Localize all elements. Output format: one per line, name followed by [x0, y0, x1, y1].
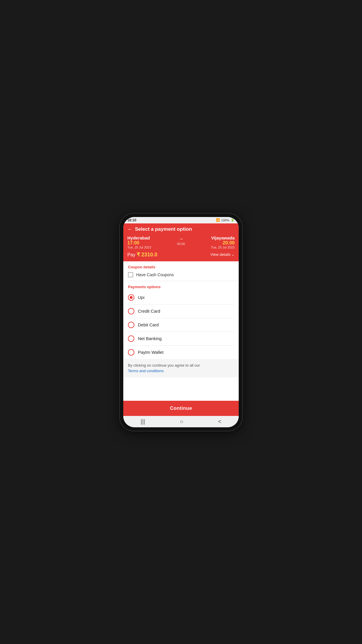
battery-icon: 🔋	[231, 218, 235, 222]
coupon-checkbox-row[interactable]: Have Cash Coupons	[128, 272, 234, 277]
payments-section: Payments options Upi Credit Card	[123, 281, 239, 359]
radio-upi-fill	[130, 296, 133, 299]
chevron-down-icon: ⌄	[231, 252, 235, 257]
dest-time: 20:00	[223, 240, 235, 246]
payment-label-credit-card: Credit Card	[138, 309, 160, 314]
pay-info: Pay ₹ 2310.0	[127, 251, 157, 258]
dest-date: Tue, 25 Jul 2023	[211, 246, 235, 249]
payment-option-upi[interactable]: Upi	[128, 291, 234, 304]
dest-city: Vijayawada	[211, 235, 235, 240]
radio-upi[interactable]	[128, 294, 134, 301]
header: ← Select a payment option Hyderabad 17:0…	[123, 223, 239, 261]
payment-label-paytm-wallet: Paytm Wallet	[138, 350, 164, 355]
origin-date: Tue, 25 Jul 2023	[127, 246, 151, 249]
nav-bar: ||| ○ <	[123, 416, 239, 427]
origin-time: 17:00	[127, 240, 151, 246]
back-button[interactable]: ←	[127, 226, 133, 232]
terms-section: By clicking on continue you agree to all…	[123, 359, 239, 377]
coupon-checkbox-label: Have Cash Coupons	[136, 272, 174, 277]
status-icons: 📶 100% 🔋	[216, 218, 235, 222]
radio-net-banking[interactable]	[128, 335, 134, 342]
radio-credit-card[interactable]	[128, 308, 134, 314]
payments-section-title: Payments options	[128, 285, 234, 289]
payment-option-paytm-wallet[interactable]: Paytm Wallet	[128, 346, 234, 359]
trip-destination: Vijayawada 20:00 Tue, 25 Jul 2023	[211, 235, 235, 249]
view-details-button[interactable]: View details ⌄	[210, 252, 235, 257]
pay-label: Pay	[127, 252, 136, 257]
radio-paytm-wallet[interactable]	[128, 349, 134, 356]
payment-option-net-banking[interactable]: Net Banking	[128, 332, 234, 346]
nav-back-icon[interactable]: <	[218, 418, 222, 425]
phone-device: 16:10 📶 100% 🔋 ← Select a payment option…	[120, 214, 242, 431]
terms-and-conditions-link[interactable]: Terms and conditions	[128, 369, 164, 373]
continue-button[interactable]: Continue	[123, 401, 239, 416]
coupon-section-title: Coupon details	[128, 265, 234, 269]
coupon-checkbox[interactable]	[128, 272, 133, 277]
payment-option-debit-card[interactable]: Debit Card	[128, 318, 234, 332]
trip-arrow-icon: →	[178, 236, 184, 242]
payment-label-net-banking: Net Banking	[138, 336, 162, 341]
trip-origin: Hyderabad 17:00 Tue, 25 Jul 2023	[127, 235, 151, 249]
header-title-row: ← Select a payment option	[127, 226, 235, 232]
trip-duration: 03:00	[177, 242, 185, 246]
battery-label: 100%	[221, 218, 229, 222]
page-title: Select a payment option	[135, 226, 192, 232]
nav-home-icon[interactable]: ○	[180, 418, 183, 425]
payment-label-upi: Upi	[138, 295, 145, 300]
status-bar: 16:10 📶 100% 🔋	[123, 217, 239, 223]
nav-menu-icon[interactable]: |||	[140, 418, 145, 425]
radio-debit-card[interactable]	[128, 322, 134, 328]
pay-row: Pay ₹ 2310.0 View details ⌄	[127, 251, 235, 258]
status-time: 16:10	[127, 218, 136, 222]
origin-city: Hyderabad	[127, 235, 151, 240]
terms-prefix-text: By clicking on continue you agree to all…	[128, 363, 200, 368]
payment-option-credit-card[interactable]: Credit Card	[128, 304, 234, 318]
payment-label-debit-card: Debit Card	[138, 322, 159, 327]
coupon-section: Coupon details Have Cash Coupons	[123, 261, 239, 281]
trip-middle: → 03:00	[177, 235, 185, 246]
wifi-icon: 📶	[216, 218, 220, 222]
phone-screen: 16:10 📶 100% 🔋 ← Select a payment option…	[123, 217, 239, 427]
trip-info-row: Hyderabad 17:00 Tue, 25 Jul 2023 → 03:00…	[127, 235, 235, 249]
content-area: Coupon details Have Cash Coupons Payment…	[123, 261, 239, 401]
pay-amount: ₹ 2310.0	[137, 252, 157, 258]
